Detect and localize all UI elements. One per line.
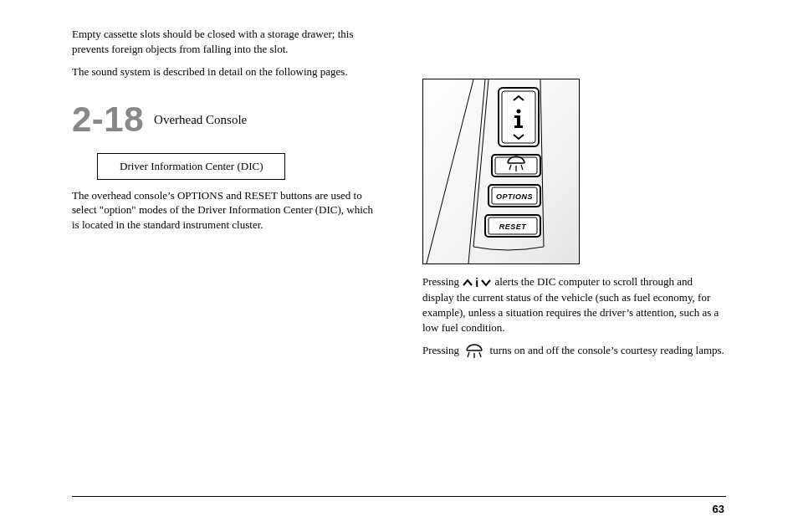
overhead-console-figure: OPTIONS RESET	[422, 79, 580, 264]
panel-options-button: OPTIONS	[489, 185, 540, 207]
section-heading: 2-18 Overhead Console	[72, 96, 376, 144]
paragraph-sound-system: The sound system is described in detail …	[72, 64, 376, 79]
page-number: 63	[713, 502, 724, 517]
footer-rule	[72, 496, 726, 497]
svg-text:RESET: RESET	[499, 223, 528, 231]
info-nav-icon: i	[462, 275, 492, 291]
svg-rect-11	[514, 125, 523, 128]
paragraph-storage-drawer: Empty cassette slots should be closed wi…	[72, 27, 376, 56]
svg-line-25	[468, 352, 469, 357]
svg-line-27	[479, 352, 481, 357]
panel-reset-button: RESET	[485, 215, 540, 237]
bulb-icon	[462, 344, 487, 359]
svg-text:OPTIONS: OPTIONS	[496, 192, 533, 201]
svg-rect-10	[514, 115, 519, 118]
paragraph-info-button: Pressing i alerts the DIC computer to sc…	[422, 274, 726, 335]
section-title: Overhead Console	[154, 111, 247, 128]
paragraph-light-button: Pressing turns on and off the console’s …	[422, 343, 726, 359]
svg-point-8	[517, 110, 521, 114]
paragraph-dic-description: The overhead console’s OPTIONS and RESET…	[72, 188, 376, 233]
panel-light-button	[492, 155, 540, 176]
subhead-dic: Driver Information Center (DIC)	[97, 153, 285, 180]
section-number: 2-18	[72, 96, 144, 144]
panel-info-button	[499, 88, 539, 146]
